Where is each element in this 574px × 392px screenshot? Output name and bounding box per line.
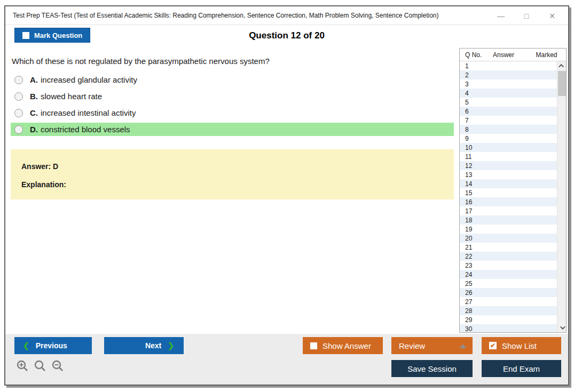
maximize-icon[interactable]: □ bbox=[514, 6, 539, 25]
question-list-row[interactable]: 18 bbox=[460, 215, 557, 225]
zoom-reset-icon[interactable] bbox=[34, 359, 46, 372]
question-list-row[interactable]: 4 bbox=[460, 89, 557, 98]
question-list-row[interactable]: 20 bbox=[460, 234, 557, 243]
question-list-cell: 6 bbox=[460, 108, 486, 115]
option-letter: C. bbox=[30, 108, 38, 117]
question-list-row[interactable]: 30 bbox=[460, 324, 557, 332]
minimize-icon[interactable]: — bbox=[488, 6, 514, 25]
question-list-cell: 29 bbox=[460, 316, 486, 324]
question-list-cell: 16 bbox=[460, 198, 486, 206]
question-list-row[interactable]: 13 bbox=[460, 170, 557, 179]
save-session-label: Save Session bbox=[407, 364, 457, 373]
review-label: Review bbox=[399, 341, 425, 350]
question-list-row[interactable]: 15 bbox=[460, 188, 557, 197]
explanation-label: Explanation: bbox=[21, 180, 454, 189]
question-list-cell: 22 bbox=[460, 253, 486, 260]
show-list-label: Show List bbox=[502, 341, 537, 350]
answer-box: Answer: D Explanation: bbox=[11, 149, 454, 199]
checkbox-icon[interactable] bbox=[310, 342, 317, 349]
show-list-button[interactable]: ✔ Show List bbox=[482, 337, 561, 354]
question-list-row[interactable]: 28 bbox=[460, 306, 557, 315]
question-list-row[interactable]: 14 bbox=[460, 179, 557, 188]
question-list-row[interactable]: 11 bbox=[460, 152, 557, 161]
answer-label: Answer: D bbox=[21, 162, 454, 171]
scroll-down-icon[interactable] bbox=[557, 323, 567, 332]
question-list-row[interactable]: 12 bbox=[460, 161, 557, 170]
question-list-panel: Q No. Answer Marked 12345678910111213141… bbox=[459, 48, 567, 333]
radio-button-icon[interactable] bbox=[14, 76, 23, 84]
radio-button-icon[interactable] bbox=[14, 125, 23, 134]
question-list-row[interactable]: 1 bbox=[460, 61, 557, 70]
option-row[interactable]: C.increased intestinal activity bbox=[11, 106, 454, 119]
save-session-button[interactable]: Save Session bbox=[391, 360, 473, 377]
question-list-row[interactable]: 22 bbox=[460, 252, 557, 261]
radio-button-icon[interactable] bbox=[14, 92, 23, 101]
show-answer-label: Show Answer bbox=[323, 341, 371, 350]
question-list-cell: 28 bbox=[460, 307, 486, 315]
question-list-cell: 30 bbox=[460, 325, 486, 333]
question-list-cell: 14 bbox=[460, 180, 486, 188]
zoom-out-icon[interactable] bbox=[51, 359, 64, 372]
question-list-row[interactable]: 29 bbox=[460, 315, 557, 324]
question-list-row[interactable]: 19 bbox=[460, 225, 557, 234]
question-list-row[interactable]: 6 bbox=[460, 107, 557, 116]
question-list-cell: 3 bbox=[460, 81, 486, 88]
question-list-row[interactable]: 27 bbox=[460, 297, 557, 306]
question-list-cell: 2 bbox=[460, 71, 486, 79]
question-list-row[interactable]: 21 bbox=[460, 243, 557, 252]
question-list-row[interactable]: 8 bbox=[460, 125, 557, 134]
title-bar: Test Prep TEAS-Test (Test of Essential A… bbox=[5, 6, 568, 25]
question-list-row[interactable]: 23 bbox=[460, 261, 557, 270]
close-icon[interactable]: ✕ bbox=[539, 6, 565, 25]
column-header-marked: Marked bbox=[521, 51, 566, 59]
question-list-row[interactable]: 17 bbox=[460, 206, 557, 215]
question-list-row[interactable]: 24 bbox=[460, 270, 557, 279]
question-list-row[interactable]: 25 bbox=[460, 279, 557, 288]
app-window: Test Prep TEAS-Test (Test of Essential A… bbox=[4, 5, 569, 386]
chevron-left-icon: ❮ bbox=[23, 341, 29, 350]
checked-checkbox-icon[interactable]: ✔ bbox=[489, 342, 497, 349]
question-list-row[interactable]: 26 bbox=[460, 288, 557, 297]
question-list-cell: 1 bbox=[460, 62, 486, 70]
question-list-row[interactable]: 9 bbox=[460, 134, 557, 143]
option-row[interactable]: D.constricted blood vessels bbox=[11, 123, 454, 136]
scrollbar[interactable] bbox=[557, 61, 566, 332]
question-list-row[interactable]: 5 bbox=[460, 98, 557, 107]
question-list-cell: 13 bbox=[460, 171, 486, 179]
scrollbar-thumb[interactable] bbox=[558, 71, 566, 96]
question-text: Which of these is not regulated by the p… bbox=[12, 57, 270, 66]
question-list-rows: 1234567891011121314151617181920212223242… bbox=[460, 61, 557, 332]
question-list-cell: 10 bbox=[460, 144, 486, 151]
question-list-row[interactable]: 3 bbox=[460, 79, 557, 89]
scroll-up-icon[interactable] bbox=[557, 61, 567, 70]
triangle-up-icon bbox=[460, 344, 466, 348]
option-letter: B. bbox=[30, 92, 38, 101]
option-row[interactable]: A.increased glandular activity bbox=[11, 73, 454, 86]
radio-button-icon[interactable] bbox=[14, 109, 23, 117]
question-list-row[interactable]: 7 bbox=[460, 116, 557, 125]
next-button[interactable]: Next ❯ bbox=[104, 337, 184, 354]
zoom-in-icon[interactable] bbox=[16, 359, 29, 372]
question-list-cell: 25 bbox=[460, 280, 486, 287]
question-list-row[interactable]: 10 bbox=[460, 143, 557, 152]
question-list-row[interactable]: 16 bbox=[460, 197, 557, 206]
next-label: Next bbox=[145, 341, 161, 350]
question-list-cell: 7 bbox=[460, 117, 486, 124]
end-exam-button[interactable]: End Exam bbox=[482, 360, 561, 377]
previous-button[interactable]: ❮ Previous bbox=[14, 337, 92, 354]
option-text: increased intestinal activity bbox=[41, 108, 136, 117]
question-list-header: Q No. Answer Marked bbox=[460, 49, 566, 61]
show-answer-button[interactable]: Show Answer bbox=[303, 337, 383, 354]
question-list-cell: 17 bbox=[460, 207, 486, 215]
footer-bar: ❮ Previous Next ❯ Show Answer Review ✔ S… bbox=[5, 334, 568, 385]
option-text: constricted blood vessels bbox=[41, 125, 130, 134]
chevron-down-icon bbox=[560, 324, 565, 330]
window-title: Test Prep TEAS-Test (Test of Essential A… bbox=[5, 12, 439, 19]
option-text: slowed heart rate bbox=[41, 92, 102, 101]
column-header-qno: Q No. bbox=[460, 51, 486, 59]
review-dropdown-button[interactable]: Review bbox=[391, 337, 473, 354]
option-letter: A. bbox=[30, 75, 38, 84]
question-list-row[interactable]: 2 bbox=[460, 70, 557, 79]
option-row[interactable]: B.slowed heart rate bbox=[11, 90, 454, 103]
window-controls: — □ ✕ bbox=[488, 6, 565, 25]
